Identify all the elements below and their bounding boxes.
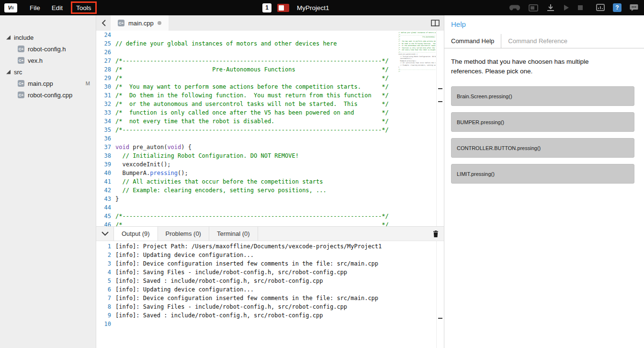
tab-command-help[interactable]: Command Help (444, 34, 501, 48)
line-number: 1 (96, 242, 111, 251)
line-number: 34 (96, 117, 111, 126)
line-number: 30 (96, 82, 111, 91)
code-text (111, 203, 115, 212)
v5-brain-icon[interactable] (277, 4, 289, 12)
devices-icon[interactable] (596, 4, 605, 12)
line-number: 39 (96, 160, 111, 169)
disclosure-triangle-icon[interactable] (6, 35, 11, 40)
code-line[interactable]: 36 (96, 134, 444, 143)
code-text: // Initializing Robot Configuration. DO … (111, 151, 299, 160)
code-lines[interactable]: 2425// define your global instances of m… (96, 31, 444, 226)
output-text: [info]: Device configuration inserted fe… (111, 259, 378, 268)
folder-include[interactable]: include (0, 32, 96, 43)
line-number: 31 (96, 91, 111, 100)
command-option-button[interactable]: LIMIT.pressing() (451, 164, 634, 184)
help-message: The method that you have choosen has mul… (451, 57, 619, 76)
output-text: [info]: Saving Files - include/robot-con… (111, 268, 347, 277)
code-line[interactable]: 41 // All activities that occur before t… (96, 177, 444, 186)
output-text: [info]: Project Path: /Users/maxoffline/… (111, 242, 382, 251)
command-option-button[interactable]: CONTROLLER.BUTTON.pressing() (451, 138, 634, 158)
output-line: 6[info]: Updating device configuration..… (96, 285, 444, 294)
tab-command-reference[interactable]: Command Reference (501, 34, 574, 48)
output-log[interactable]: 1[info]: Project Path: /Users/maxoffline… (96, 241, 444, 348)
code-line[interactable]: 42 // Example: clearing encoders, settin… (96, 186, 444, 195)
code-text: // Example: clearing encoders, setting s… (111, 186, 327, 195)
code-line[interactable]: 39 vexcodeInit(); (96, 160, 444, 169)
collapse-panel-chevron-icon[interactable] (96, 227, 113, 241)
code-line[interactable]: 34/* not every time that the robot is di… (96, 117, 444, 126)
minimap[interactable]: // define your global instances of motor… (398, 32, 436, 226)
question-mark-glyph: ? (613, 3, 621, 12)
split-editor-icon[interactable] (431, 20, 440, 28)
tab-main-cpp[interactable]: C+ main.cpp (111, 15, 169, 31)
modified-badge: M (86, 81, 90, 86)
disclosure-triangle-icon[interactable] (6, 70, 11, 74)
command-option-button[interactable]: Brain.Screen.pressing() (451, 86, 634, 106)
clear-output-trash-icon[interactable] (433, 231, 439, 239)
brain-screen-icon[interactable] (529, 4, 538, 12)
file-main-cpp[interactable]: C+ main.cpp M (0, 78, 96, 89)
back-button[interactable] (96, 15, 111, 31)
menu-tools[interactable]: Tools (71, 1, 97, 14)
stop-icon[interactable] (577, 5, 583, 11)
folder-src[interactable]: src (0, 66, 96, 78)
code-line[interactable]: 40 BumperA.pressing(); (96, 169, 444, 177)
code-line[interactable]: 45/*------------------------------------… (96, 212, 444, 220)
tab-terminal[interactable]: Terminal (0) (209, 227, 258, 241)
download-icon[interactable] (546, 4, 555, 12)
modified-dot-icon (158, 21, 161, 25)
code-line[interactable]: 37void pre_auton(void) { (96, 143, 444, 151)
play-icon[interactable] (563, 4, 569, 11)
minimap-line: /* */ (398, 70, 436, 73)
file-label: robot-config.cpp (28, 92, 72, 99)
output-line: 9[info]: Saved : include/robot-config.h,… (96, 311, 444, 320)
tab-output[interactable]: Output (9) (113, 227, 158, 241)
code-text: vexcodeInit(); (111, 160, 171, 169)
code-text: /*--------------------------------------… (111, 126, 389, 134)
menu-file[interactable]: File (24, 0, 46, 15)
code-line[interactable]: 28/* Pre-Autonomous Functions */ (96, 65, 444, 74)
code-text: BumperA.pressing(); (111, 169, 188, 177)
file-robot-config-h[interactable]: C+ robot-config.h (0, 43, 96, 55)
code-line[interactable]: 43} (96, 195, 444, 203)
vex-logo[interactable]: V≡ (4, 3, 17, 12)
code-line[interactable]: 24 (96, 31, 444, 39)
command-option-button[interactable]: BUMPER.pressing() (451, 112, 634, 132)
line-number: 46 (96, 220, 111, 226)
help-icon[interactable]: ? (613, 3, 621, 12)
menu-edit[interactable]: Edit (46, 0, 68, 15)
file-label: main.cpp (28, 80, 53, 87)
code-line[interactable]: 29/* */ (96, 74, 444, 82)
code-text: /* */ (111, 74, 389, 82)
code-line[interactable]: 38 // Initializing Robot Configuration. … (96, 151, 444, 160)
controller-icon[interactable] (509, 4, 520, 11)
code-line[interactable]: 35/*------------------------------------… (96, 126, 444, 134)
editor-scrollbar[interactable] (436, 31, 444, 226)
code-line[interactable]: 26 (96, 48, 444, 57)
code-line[interactable]: 25// define your global instances of mot… (96, 39, 444, 48)
code-line[interactable]: 27/*------------------------------------… (96, 57, 444, 65)
output-scrollbar[interactable] (436, 241, 444, 348)
file-robot-config-cpp[interactable]: C+ robot-config.cpp (0, 89, 96, 101)
code-line[interactable]: 30/* You may want to perform some action… (96, 82, 444, 91)
code-line[interactable]: 44 (96, 203, 444, 212)
code-line[interactable]: 31/* Do them in the following function. … (96, 91, 444, 100)
help-tab-bar: Command Help Command Reference (444, 34, 644, 48)
code-line[interactable]: 32/* or the autonomous and usercontrol t… (96, 100, 444, 108)
tab-problems[interactable]: Problems (0) (158, 227, 209, 241)
line-number: 42 (96, 186, 111, 195)
code-text: // All activities that occur before the … (111, 177, 323, 186)
code-editor[interactable]: 2425// define your global instances of m… (96, 31, 444, 226)
slot-number-icon[interactable]: 1 (262, 3, 271, 12)
output-lines: 1[info]: Project Path: /Users/maxoffline… (96, 242, 444, 328)
line-number: 25 (96, 39, 111, 48)
cpp-file-icon: C+ (18, 92, 24, 98)
code-line[interactable]: 46/* */ (96, 220, 444, 226)
file-vex-h[interactable]: C+ vex.h (0, 55, 96, 66)
code-text: /* Pre-Autonomous Functions */ (111, 65, 389, 74)
feedback-icon[interactable] (630, 4, 638, 12)
line-number: 45 (96, 212, 111, 220)
output-line: 10 (96, 320, 444, 328)
file-explorer: include C+ robot-config.h C+ vex.h src C… (0, 15, 96, 348)
code-line[interactable]: 33/* function is only called once after … (96, 108, 444, 117)
